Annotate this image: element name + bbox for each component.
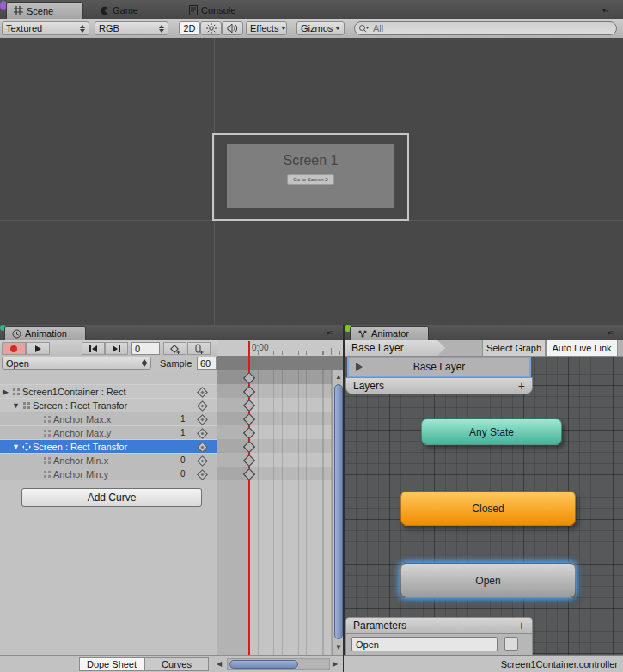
pane-menu-icon[interactable]: ▾≡	[327, 329, 333, 337]
animator-graph-canvas[interactable]: Base Layer Select Graph Auto Live Link B…	[345, 340, 623, 655]
sample-field[interactable]	[197, 357, 217, 370]
animation-footer: Dope Sheet Curves ◀ ▶	[0, 655, 344, 672]
property-row[interactable]: ▶ Screen1Container : Rect	[0, 384, 217, 398]
dropdown-value: Gizmos	[301, 23, 333, 34]
pane-menu-icon[interactable]: ▾≡	[602, 7, 608, 15]
play-button[interactable]	[26, 342, 50, 355]
render-mode-dropdown[interactable]: RGB	[95, 21, 168, 35]
property-value: 0	[180, 455, 186, 465]
property-row[interactable]: Anchor Min.y 0	[0, 467, 217, 480]
last-frame-button[interactable]	[105, 342, 128, 355]
layer-expand-icon[interactable]	[356, 363, 363, 371]
scene-tabstrip: Scene Game Console ▾≡	[0, 0, 623, 19]
parameter-checkbox[interactable]	[504, 637, 518, 651]
tab-label: Console	[201, 5, 235, 15]
add-event-button[interactable]	[187, 342, 211, 355]
parameter-row: –	[345, 634, 533, 655]
scroll-right-icon[interactable]: ▶	[333, 660, 338, 668]
add-parameter-button[interactable]: +	[518, 619, 525, 632]
horizontal-scroll-track[interactable]	[227, 658, 330, 670]
select-graph-button[interactable]: Select Graph	[482, 340, 546, 356]
key-diamond-icon[interactable]	[197, 400, 208, 412]
key-diamond-icon[interactable]	[197, 469, 208, 480]
add-layer-button[interactable]: +	[518, 379, 525, 393]
shading-mode-dropdown[interactable]: Textured	[2, 21, 89, 35]
key-diamond-icon[interactable]	[197, 387, 208, 398]
state-node-closed[interactable]: Closed	[400, 491, 576, 526]
dropdown-value: Effects	[250, 23, 278, 34]
pane-menu-icon[interactable]: ▾≡	[608, 329, 614, 337]
key-diamond-plus-icon	[169, 344, 181, 354]
property-row[interactable]: Anchor Max.x 1	[0, 412, 217, 425]
foldout-down-icon[interactable]: ▼	[12, 443, 20, 451]
go-to-screen2-button[interactable]: Go to Screen 2	[287, 174, 333, 185]
key-diamond-icon[interactable]	[197, 428, 208, 439]
property-row[interactable]: Anchor Min.x 0	[0, 453, 217, 467]
property-row-selected[interactable]: ▼ Screen : Rect Transfor	[0, 439, 217, 453]
breadcrumb[interactable]: Base Layer	[345, 340, 445, 356]
tab-curves[interactable]: Curves	[144, 657, 209, 671]
foldout-down-icon[interactable]: ▼	[12, 401, 20, 410]
animator-breadcrumb-bar: Base Layer Select Graph Auto Live Link	[345, 340, 623, 357]
animation-toolbar	[0, 340, 218, 357]
console-icon	[189, 5, 198, 15]
animation-property-panel: ▶ Screen1Container : Rect ▼ Screen : Rec…	[0, 370, 218, 655]
state-node-open[interactable]: Open	[400, 563, 576, 598]
key-diamond-icon[interactable]	[197, 442, 208, 453]
record-icon	[10, 345, 17, 352]
layers-bar: Layers +	[345, 377, 533, 394]
scene-viewport[interactable]: Screen 1 Go to Screen 2	[0, 38, 623, 325]
timeline-ruler[interactable]: 0:00	[217, 340, 344, 357]
timeline-row-stripe	[217, 384, 332, 398]
clip-dropdown[interactable]: Open	[2, 357, 151, 370]
gizmos-dropdown[interactable]: Gizmos	[296, 21, 345, 35]
tab-game[interactable]: Game	[93, 2, 160, 19]
tab-console[interactable]: Console	[182, 2, 260, 19]
layer-item-base-layer[interactable]: Base Layer	[347, 357, 531, 377]
dopesheet-timeline[interactable]	[217, 370, 332, 655]
scroll-left-icon[interactable]: ◀	[217, 660, 222, 668]
search-input[interactable]	[371, 22, 589, 34]
screen1-title: Screen 1	[283, 153, 338, 168]
tab-scene[interactable]: Scene	[6, 2, 83, 19]
animation-clip-row: Open Sample	[0, 356, 217, 370]
vertical-scroll-thumb[interactable]	[334, 384, 343, 639]
first-frame-button[interactable]	[82, 342, 105, 355]
add-curve-button[interactable]: Add Curve	[21, 488, 202, 507]
key-diamond-icon[interactable]	[197, 455, 208, 467]
animator-tabstrip: Animator ▾≡	[345, 325, 623, 340]
timeline-row-stripe	[217, 412, 332, 425]
add-keyframe-button[interactable]	[163, 342, 186, 355]
foldout-right-icon[interactable]: ▶	[3, 388, 9, 396]
key-diamond-icon[interactable]	[197, 414, 208, 425]
ruler-major-ticks	[249, 348, 344, 355]
horizontal-scroll-thumb[interactable]	[229, 660, 298, 669]
timeline-header-band	[217, 356, 344, 370]
dropdown-value: Textured	[6, 23, 42, 34]
chevron-down-icon	[281, 27, 286, 30]
search-icon	[358, 24, 369, 34]
tab-animator[interactable]: Animator	[350, 326, 429, 340]
skip-start-icon	[92, 345, 97, 352]
parameter-name-field[interactable]	[351, 637, 498, 651]
rect-transform-icon	[22, 401, 31, 410]
auto-live-link-button[interactable]: Auto Live Link	[546, 340, 618, 356]
remove-parameter-button[interactable]: –	[523, 637, 530, 651]
state-node-any-state[interactable]: Any State	[421, 418, 562, 445]
property-row[interactable]: Anchor Max.y 1	[0, 425, 217, 439]
2d-toggle[interactable]: 2D	[179, 21, 200, 35]
scene-search[interactable]	[354, 21, 617, 35]
tab-animation[interactable]: Animation	[4, 326, 86, 340]
lighting-toggle[interactable]	[200, 21, 222, 35]
audio-toggle[interactable]	[222, 21, 243, 35]
updown-arrows-icon	[142, 359, 147, 367]
record-button[interactable]	[2, 342, 26, 355]
tab-label: Animation	[25, 328, 67, 339]
property-row[interactable]: ▼ Screen : Rect Transfor	[0, 398, 217, 412]
tab-dope-sheet[interactable]: Dope Sheet	[79, 657, 144, 671]
effects-dropdown[interactable]: Effects	[246, 21, 287, 35]
property-value: 1	[180, 414, 186, 424]
frame-field[interactable]	[131, 342, 160, 355]
skip-start-icon	[89, 345, 91, 352]
property-value: 1	[180, 428, 186, 437]
